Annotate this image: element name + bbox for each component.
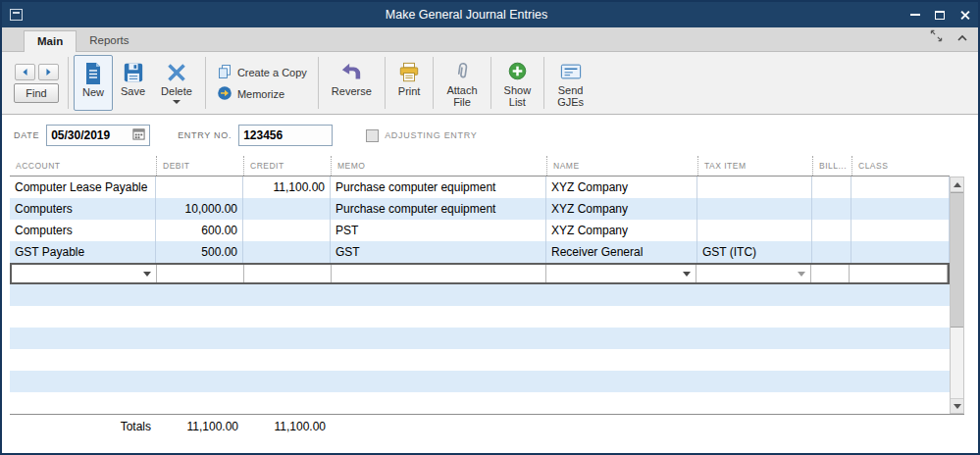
date-input[interactable]: 05/30/2019 xyxy=(46,125,150,146)
save-button[interactable]: Save xyxy=(113,55,153,111)
empty-journal-row[interactable] xyxy=(10,328,950,349)
scrollbar-thumb[interactable] xyxy=(951,192,963,328)
print-button[interactable]: Print xyxy=(390,55,429,111)
entry-no-label: ENTRY NO. xyxy=(178,130,232,140)
show-list-label-line1: Show xyxy=(504,84,532,96)
column-header-credit: CREDIT xyxy=(243,156,331,176)
cell-tax-item[interactable] xyxy=(697,198,812,220)
dropdown-arrow-icon[interactable] xyxy=(798,272,805,277)
send-gjes-label-line1: Send xyxy=(558,84,584,96)
create-a-copy-button[interactable]: Create a Copy xyxy=(217,64,307,81)
tax-item-dropdown-cell[interactable] xyxy=(696,265,811,282)
delete-dropdown-caret-icon[interactable] xyxy=(173,100,181,104)
cell-name[interactable]: Receiver General xyxy=(546,241,697,263)
memorize-button[interactable]: Memorize xyxy=(217,85,307,103)
cell-account[interactable]: Computers xyxy=(10,220,156,241)
tab-reports[interactable]: Reports xyxy=(77,30,141,51)
cell-class[interactable] xyxy=(851,198,950,220)
toolbar-separator xyxy=(68,57,69,109)
cell-class[interactable] xyxy=(850,265,948,282)
memorize-label: Memorize xyxy=(237,88,284,100)
cell-class[interactable] xyxy=(851,220,950,241)
cell-account[interactable]: GST Payable xyxy=(10,241,156,263)
delete-button[interactable]: Delete xyxy=(153,55,200,111)
cell-billable[interactable] xyxy=(812,177,851,198)
cell-class[interactable] xyxy=(851,241,950,263)
adjusting-entry-checkbox[interactable] xyxy=(366,129,379,142)
cell-memo[interactable] xyxy=(332,265,546,282)
dropdown-arrow-icon[interactable] xyxy=(683,272,691,277)
delete-x-icon xyxy=(167,59,186,85)
entry-no-input[interactable]: 123456 xyxy=(238,125,333,146)
cell-billable[interactable] xyxy=(812,241,851,263)
toolbar-separator xyxy=(433,57,434,109)
collapse-chevron-icon[interactable] xyxy=(956,28,968,46)
cell-memo[interactable]: GST xyxy=(331,241,546,263)
close-icon[interactable] xyxy=(959,10,970,21)
cell-credit[interactable] xyxy=(243,241,331,263)
send-gjes-button[interactable]: Send GJEs xyxy=(549,55,592,111)
column-header-class: CLASS xyxy=(851,156,950,176)
scroll-down-button[interactable] xyxy=(951,398,963,413)
cell-billable[interactable] xyxy=(811,265,851,282)
cell-class[interactable] xyxy=(851,177,950,198)
cell-memo[interactable]: Purchase computer equipment xyxy=(331,177,546,198)
maximize-icon[interactable] xyxy=(935,11,945,20)
column-header-name: NAME xyxy=(546,156,697,176)
calendar-icon[interactable] xyxy=(132,126,145,144)
scroll-up-button[interactable] xyxy=(951,177,963,192)
window-icon[interactable] xyxy=(10,9,23,21)
cell-tax-item[interactable] xyxy=(697,220,812,241)
cell-account[interactable]: Computers xyxy=(10,198,156,220)
show-list-button[interactable]: Show List xyxy=(496,55,540,111)
totals-debit: 11,100.00 xyxy=(156,415,243,438)
cell-name[interactable]: XYZ Company xyxy=(546,177,697,198)
name-dropdown-cell[interactable] xyxy=(546,265,696,282)
entry-no-value: 123456 xyxy=(243,128,328,142)
cell-billable[interactable] xyxy=(812,198,851,220)
empty-journal-row[interactable] xyxy=(10,306,950,328)
find-button[interactable]: Find xyxy=(14,83,59,103)
cell-credit[interactable] xyxy=(243,220,331,241)
show-list-label-line2: List xyxy=(509,96,526,108)
reverse-button[interactable]: Reverse xyxy=(324,55,380,111)
cell-account[interactable]: Computer Lease Payable xyxy=(10,177,156,198)
cell-name[interactable]: XYZ Company xyxy=(546,198,697,220)
toolbar-separator xyxy=(318,57,319,109)
cell-tax-item[interactable] xyxy=(697,177,812,198)
minimize-icon[interactable] xyxy=(910,14,920,16)
cell-memo[interactable]: PST xyxy=(331,220,546,241)
cell-debit[interactable]: 500.00 xyxy=(156,241,243,263)
table-row: Computers 10,000.00 Purchase computer eq… xyxy=(10,198,950,220)
forward-arrow-icon[interactable] xyxy=(38,64,59,80)
empty-journal-row[interactable] xyxy=(10,349,950,371)
cell-billable[interactable] xyxy=(812,220,851,241)
back-arrow-icon[interactable] xyxy=(15,64,35,80)
table-row: GST Payable 500.00 GST Receiver General … xyxy=(10,241,950,263)
journal-header-form: DATE 05/30/2019 ENTRY NO. 123456 ADJUSTI… xyxy=(2,115,978,156)
cell-debit[interactable] xyxy=(157,265,244,282)
dropdown-arrow-icon[interactable] xyxy=(143,272,151,277)
titlebar: Make General Journal Entries xyxy=(2,2,978,27)
cell-memo[interactable]: Purchase computer equipment xyxy=(331,198,546,220)
reverse-button-label: Reverse xyxy=(332,85,372,98)
cell-tax-item[interactable]: GST (ITC) xyxy=(697,241,812,263)
cell-debit[interactable]: 10,000.00 xyxy=(156,198,243,220)
totals-label: Totals xyxy=(10,415,156,438)
cell-debit[interactable] xyxy=(156,177,243,198)
tab-main[interactable]: Main xyxy=(24,30,77,52)
vertical-scrollbar[interactable] xyxy=(950,177,964,414)
cell-credit[interactable] xyxy=(243,198,331,220)
empty-journal-row[interactable] xyxy=(10,392,950,414)
cell-debit[interactable]: 600.00 xyxy=(156,220,243,241)
expand-icon[interactable] xyxy=(930,28,943,46)
empty-journal-row[interactable] xyxy=(10,284,950,306)
account-dropdown-cell[interactable] xyxy=(12,265,157,282)
cell-credit[interactable] xyxy=(244,265,332,282)
new-button[interactable]: New xyxy=(74,55,113,111)
cell-credit[interactable]: 11,100.00 xyxy=(243,177,331,198)
cell-name[interactable]: XYZ Company xyxy=(546,220,697,241)
journal-entries-grid: ACCOUNT DEBIT CREDIT MEMO NAME TAX ITEM … xyxy=(10,156,964,415)
attach-file-button[interactable]: Attach File xyxy=(438,55,485,111)
empty-journal-row[interactable] xyxy=(10,371,950,392)
